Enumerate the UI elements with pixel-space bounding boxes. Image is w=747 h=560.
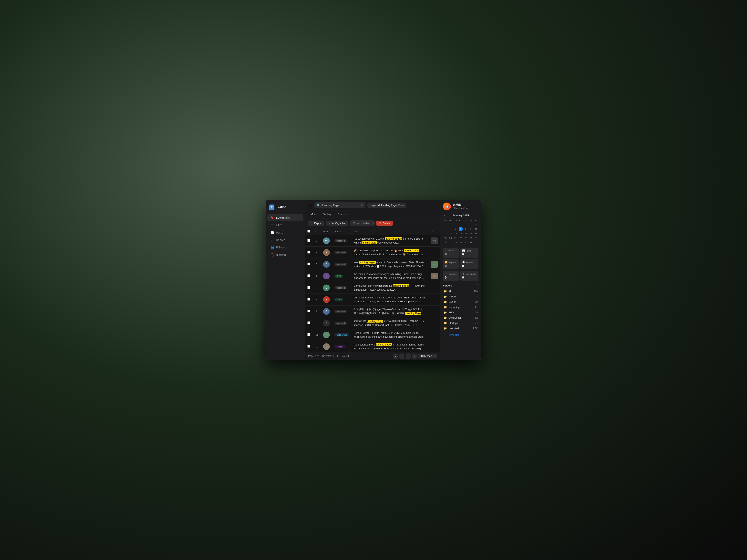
cal-day[interactable]: 21	[454, 236, 458, 240]
collapse-sidebar-button[interactable]: ☰	[308, 203, 312, 208]
row-checkbox[interactable]	[307, 239, 310, 242]
folders-collapse-icon[interactable]: ⌃	[476, 284, 479, 287]
cal-day[interactable]: 19	[443, 236, 448, 240]
cal-day[interactable]: 30	[464, 240, 468, 245]
folder-item[interactable]: 📁 Cold Email 62	[443, 315, 479, 320]
folder-item[interactable]: 📁 AI 100	[443, 289, 479, 294]
cal-day[interactable]: 24	[469, 236, 473, 240]
folder-item[interactable]: 📁 Unsorted 2.6K	[443, 326, 479, 331]
row-media	[429, 317, 440, 329]
cal-day[interactable]: 11	[474, 227, 478, 231]
first-page-button[interactable]: «	[393, 353, 398, 358]
cal-day[interactable]: 16	[464, 231, 468, 236]
folder-tag[interactable]: SEO	[334, 298, 343, 301]
row-checkbox[interactable]	[307, 321, 310, 324]
cal-day[interactable]: 17	[469, 231, 473, 236]
row-post: I've designed more landing pages in the …	[351, 341, 429, 352]
row-checkbox[interactable]	[307, 251, 310, 254]
cal-day[interactable]: 9	[464, 227, 468, 231]
search-input[interactable]	[322, 204, 359, 207]
folder-item[interactable]: 📁 Startups 77	[443, 320, 479, 326]
row-post: 🚀 Launching: http://Roastedd.com 🔥 Your …	[351, 247, 429, 259]
prev-page-button[interactable]: ‹	[400, 353, 405, 358]
tab-gallery[interactable]: Gallery	[319, 211, 334, 218]
post-thumb	[431, 320, 438, 326]
folder-tag[interactable]: Design	[334, 345, 345, 348]
cal-day[interactable]: 8	[459, 227, 463, 231]
cal-day[interactable]: 20	[448, 236, 453, 240]
cal-day[interactable]: 22	[459, 236, 463, 240]
cal-day[interactable]: 1	[459, 222, 463, 227]
folder-tag[interactable]: unsorted	[334, 239, 347, 242]
row-checkbox[interactable]	[307, 333, 310, 336]
folder-tag[interactable]: unsorted	[334, 310, 347, 313]
cal-day[interactable]: 15	[459, 231, 463, 236]
sidebar-item-bookmarks[interactable]: 🔖 Bookmarks	[267, 214, 303, 221]
cal-day[interactable]: 13	[448, 231, 453, 236]
export-button[interactable]: ⬆ Export	[308, 220, 325, 226]
row-user: C	[321, 317, 332, 329]
sidebar-item-likes[interactable]: ♡ Likes	[267, 221, 303, 229]
stat-item: 📊 Posts 0	[460, 248, 479, 258]
folder-tag[interactable]: Cold Email	[334, 334, 349, 337]
cal-prev-button[interactable]: ‹	[443, 214, 446, 217]
cal-day[interactable]: 26	[443, 240, 448, 245]
stat-icon: 📊	[462, 249, 465, 252]
search-clear-button[interactable]: ✕	[361, 204, 363, 207]
folder-tag[interactable]: unsorted	[334, 322, 347, 325]
cal-day[interactable]: 6	[448, 227, 453, 231]
cal-day[interactable]: 3	[469, 222, 473, 227]
folder-tag[interactable]: unsorted	[334, 251, 347, 254]
row-checkbox[interactable]	[307, 274, 310, 277]
per-page-select[interactable]: 100 / page 50 / page 25 / page	[418, 354, 437, 358]
next-page-button[interactable]: ›	[406, 353, 411, 358]
tab-grid[interactable]: Grid	[308, 211, 319, 218]
folder-tag[interactable]: unsorted	[334, 286, 347, 289]
row-user: L	[321, 282, 332, 294]
cal-day[interactable]: 10	[469, 227, 473, 231]
row-checkbox[interactable]	[307, 263, 310, 265]
folder-tag[interactable]: SEO	[334, 274, 343, 278]
highlight: landing page	[385, 237, 401, 240]
cal-day[interactable]: 2	[464, 222, 468, 227]
folder-item[interactable]: 📁 Marketing 21	[443, 304, 479, 310]
row-checkbox[interactable]	[307, 310, 310, 312]
folder-item[interactable]: 📁 SEO 75	[443, 310, 479, 315]
cal-day[interactable]: 18	[474, 231, 478, 236]
cal-day[interactable]: 4	[474, 222, 478, 227]
cal-day[interactable]: 29	[459, 240, 463, 245]
post-text: Currently traveling the world talking to…	[354, 296, 426, 303]
cal-day[interactable]: 23	[464, 236, 468, 240]
row-checkbox[interactable]	[307, 345, 310, 348]
row-folder: SEO	[332, 294, 351, 305]
folder-tag[interactable]: unsorted	[334, 263, 347, 266]
cal-day[interactable]: 27	[448, 240, 453, 245]
stat-item: ♡ Favorites 0	[443, 271, 459, 281]
cal-day[interactable]: 28	[454, 240, 458, 245]
cal-next-button[interactable]: ›	[475, 214, 479, 217]
new-folder-button[interactable]: ＋ New Folder	[443, 332, 479, 338]
sidebar-item-posts[interactable]: 📄 Posts	[267, 229, 303, 236]
cal-day[interactable]: 25	[474, 236, 478, 240]
last-page-button[interactable]: »	[412, 353, 417, 358]
row-checkbox[interactable]	[307, 286, 310, 289]
folder-item[interactable]: 📁 Design 30	[443, 299, 479, 304]
keyword-clear-button[interactable]: Clear	[398, 204, 404, 207]
sidebar-item-following[interactable]: 👥 Following	[267, 244, 303, 251]
sidebar-item-blocked[interactable]: 🚫 Blocked	[267, 251, 303, 259]
stat-value: 0	[445, 264, 457, 268]
cal-day[interactable]: 14	[454, 231, 458, 236]
row-checkbox[interactable]	[307, 298, 310, 300]
cal-day[interactable]: 31	[469, 240, 473, 245]
select-all-checkbox[interactable]	[307, 230, 310, 233]
folder-icon: 📁	[444, 295, 447, 298]
ai-organize-button[interactable]: ✦ AI Organize	[326, 220, 349, 226]
tab-statistics[interactable]: Statistics	[335, 211, 352, 218]
cal-day[interactable]: 5	[443, 227, 448, 231]
delete-button[interactable]: 🗑 Delete	[376, 220, 393, 226]
cal-day[interactable]: 12	[443, 231, 448, 236]
cal-day[interactable]: 7	[454, 227, 458, 231]
sidebar-item-replies[interactable]: ↩ Replies	[267, 237, 303, 243]
move-to-folder-select[interactable]: Move to folder	[350, 220, 375, 226]
folder-item[interactable]: 📁 NSFW 8	[443, 294, 479, 299]
